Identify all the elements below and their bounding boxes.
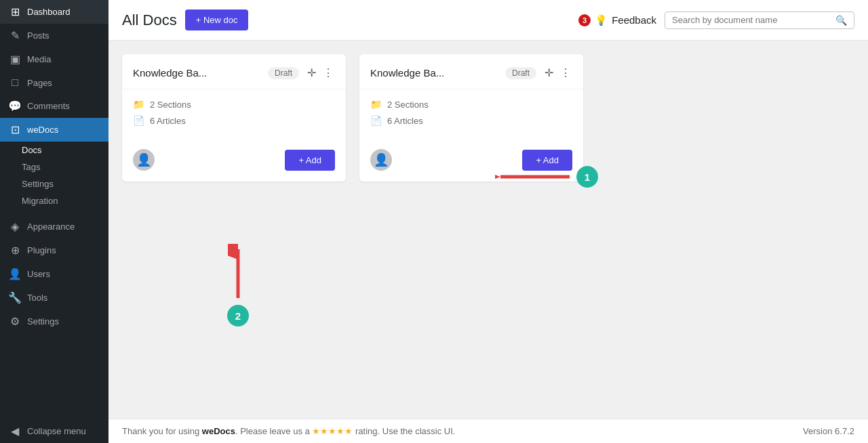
sidebar-sub-item-tags[interactable]: Tags bbox=[0, 159, 108, 175]
folder-icon: 📁 bbox=[133, 99, 144, 110]
topbar: All Docs + New doc 3 💡 Feedback 🔍 bbox=[108, 0, 868, 41]
sidebar-sub-item-settings[interactable]: Settings bbox=[0, 175, 108, 192]
annotation-2-badge: 2 bbox=[227, 305, 249, 326]
doc-card-2-status: Draft bbox=[505, 67, 536, 79]
footer-text: Thank you for using weDocs. Please leave… bbox=[122, 426, 455, 436]
comments-icon: 💬 bbox=[8, 100, 22, 112]
doc-card-1-sections: 📁 2 Sections bbox=[133, 99, 335, 110]
doc-card-2-footer: 👤 + Add bbox=[359, 141, 583, 182]
doc-card-1-title: Knowledge Ba... bbox=[133, 67, 261, 79]
doc-card-2-body: 📁 2 Sections 📄 6 Articles bbox=[359, 89, 583, 141]
doc-card-1-status: Draft bbox=[268, 67, 299, 79]
article-icon-2: 📄 bbox=[370, 115, 382, 126]
sidebar-item-posts[interactable]: ✎ Posts bbox=[0, 24, 108, 47]
wedocs-arrow-icon: ◀ bbox=[94, 125, 100, 135]
footer-stars: ★★★★★ bbox=[312, 426, 353, 436]
sidebar-item-users[interactable]: 👤 Users bbox=[0, 262, 108, 286]
folder-icon-2: 📁 bbox=[370, 99, 382, 110]
doc-card-2-sections: 📁 2 Sections bbox=[370, 99, 572, 110]
doc-card-2-move-button[interactable]: ✛ bbox=[543, 65, 555, 81]
search-icon: 🔍 bbox=[835, 15, 847, 26]
article-icon: 📄 bbox=[133, 115, 144, 126]
docs-cards-container: Knowledge Ba... Draft ✛ ⋮ 📁 2 Sections 📄… bbox=[122, 54, 854, 182]
posts-icon: ✎ bbox=[8, 29, 22, 42]
doc-card-1-actions: ✛ ⋮ bbox=[306, 65, 335, 81]
users-icon: 👤 bbox=[8, 268, 22, 280]
sidebar-item-tools[interactable]: 🔧 Tools bbox=[0, 286, 108, 310]
plugins-icon: ⊕ bbox=[8, 244, 22, 257]
pages-icon: □ bbox=[8, 77, 22, 89]
sidebar: ⊞ Dashboard ✎ Posts ▣ Media □ Pages 💬 Co… bbox=[0, 0, 108, 443]
footer: Thank you for using weDocs. Please leave… bbox=[108, 419, 868, 443]
doc-card-1-move-button[interactable]: ✛ bbox=[306, 65, 317, 81]
feedback-label: Feedback bbox=[612, 14, 656, 26]
page-title: All Docs bbox=[122, 12, 177, 29]
media-icon: ▣ bbox=[8, 53, 22, 66]
doc-card-2-header: Knowledge Ba... Draft ✛ ⋮ bbox=[359, 54, 583, 89]
content-area: Knowledge Ba... Draft ✛ ⋮ 📁 2 Sections 📄… bbox=[108, 41, 868, 419]
doc-card-1-avatar: 👤 bbox=[133, 149, 155, 171]
avatar-icon: 👤 bbox=[136, 152, 151, 167]
sidebar-item-pages[interactable]: □ Pages bbox=[0, 71, 108, 94]
doc-card-2-actions: ✛ ⋮ bbox=[543, 65, 572, 81]
sidebar-item-comments[interactable]: 💬 Comments bbox=[0, 94, 108, 118]
feedback-badge: 3 bbox=[578, 14, 591, 26]
sidebar-item-appearance[interactable]: ◈ Appearance bbox=[0, 215, 108, 238]
sidebar-item-collapse[interactable]: ◀ Collapse menu bbox=[0, 419, 108, 443]
feedback-icon: 💡 bbox=[595, 14, 608, 26]
search-wrap: 🔍 bbox=[665, 12, 854, 29]
collapse-icon: ◀ bbox=[8, 425, 22, 438]
doc-card-2-add-button[interactable]: + Add bbox=[522, 150, 572, 171]
doc-card-1-body: 📁 2 Sections 📄 6 Articles bbox=[122, 89, 346, 141]
wedocs-icon: ⊡ bbox=[8, 123, 22, 136]
doc-card-2: Knowledge Ba... Draft ✛ ⋮ 📁 2 Sections 📄… bbox=[359, 54, 583, 182]
appearance-icon: ◈ bbox=[8, 220, 22, 233]
main-area: All Docs + New doc 3 💡 Feedback 🔍 Knowle… bbox=[108, 0, 868, 443]
sidebar-item-settings[interactable]: ⚙ Settings bbox=[0, 310, 108, 333]
doc-card-2-avatar: 👤 bbox=[370, 149, 392, 171]
sidebar-item-media[interactable]: ▣ Media bbox=[0, 47, 108, 71]
feedback-button[interactable]: 3 💡 Feedback bbox=[578, 14, 656, 26]
doc-card-1-articles: 📄 6 Articles bbox=[133, 115, 335, 126]
sidebar-item-plugins[interactable]: ⊕ Plugins bbox=[0, 238, 108, 262]
sidebar-sub-item-migration[interactable]: Migration bbox=[0, 192, 108, 209]
tools-icon: 🔧 bbox=[8, 291, 22, 304]
sidebar-sub-item-docs[interactable]: Docs bbox=[0, 142, 108, 159]
doc-card-2-articles: 📄 6 Articles bbox=[370, 115, 572, 126]
sidebar-item-dashboard[interactable]: ⊞ Dashboard bbox=[0, 0, 108, 24]
settings-icon: ⚙ bbox=[8, 315, 22, 328]
annotation-2: 2 bbox=[227, 244, 249, 326]
doc-card-2-more-button[interactable]: ⋮ bbox=[559, 65, 572, 81]
doc-card-1-more-button[interactable]: ⋮ bbox=[321, 65, 335, 81]
sidebar-item-wedocs[interactable]: ⊡ weDocs ◀ bbox=[0, 118, 108, 142]
new-doc-button[interactable]: + New doc bbox=[185, 9, 249, 30]
doc-card-1-footer: 👤 + Add bbox=[122, 141, 346, 182]
footer-brand: weDocs bbox=[202, 426, 235, 436]
avatar-icon-2: 👤 bbox=[374, 152, 389, 167]
dashboard-icon: ⊞ bbox=[8, 5, 22, 18]
footer-version: Version 6.7.2 bbox=[803, 426, 854, 436]
doc-card-1: Knowledge Ba... Draft ✛ ⋮ 📁 2 Sections 📄… bbox=[122, 54, 346, 182]
arrow-2-svg bbox=[228, 244, 248, 305]
doc-card-2-title: Knowledge Ba... bbox=[370, 67, 498, 79]
search-input[interactable] bbox=[672, 15, 831, 25]
doc-card-1-header: Knowledge Ba... Draft ✛ ⋮ bbox=[122, 54, 346, 89]
doc-card-1-add-button[interactable]: + Add bbox=[285, 150, 335, 171]
